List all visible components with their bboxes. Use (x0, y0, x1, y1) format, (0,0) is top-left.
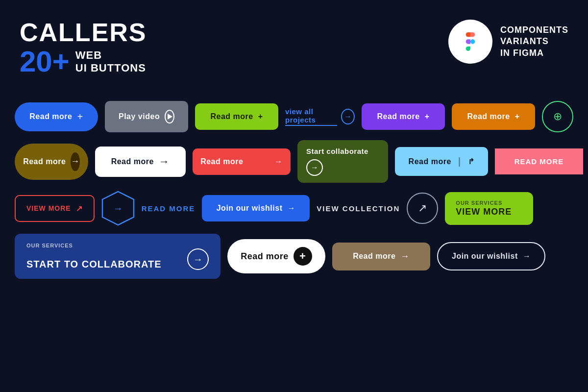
read-more-text[interactable]: READ MORE (142, 204, 196, 213)
play-triangle-icon (168, 114, 172, 120)
join-wishlist-blue[interactable]: Join our wishlist → (202, 195, 310, 221)
pipe-divider: | (458, 156, 461, 167)
buttons-area: Read more + Play video Read more + view … (0, 86, 588, 279)
view-collection-text[interactable]: VIEW COLLECTION (317, 204, 400, 213)
figma-logo-circle (448, 20, 492, 64)
share-icon: ↱ (468, 157, 475, 166)
arrow-circle-sm: → (306, 159, 323, 176)
read-more-white-pill[interactable]: Read more + (227, 239, 325, 273)
hex-arrow-button[interactable]: → (101, 191, 135, 226)
read-more-white[interactable]: Read more → (95, 147, 186, 177)
brand-title: CALLERS (20, 20, 147, 45)
button-row-2: Read more → Read more → Read more → Star… (15, 140, 573, 183)
services-label: OUR SERVICES (456, 200, 502, 206)
orange-label: Read more (193, 148, 254, 175)
play-circle-icon (165, 110, 174, 123)
circle-arrow-button[interactable]: ↗ (407, 193, 438, 224)
read-more-lightblue[interactable]: Read more | ↱ (395, 147, 488, 176)
join-wishlist-outline[interactable]: Join our wishlist → (437, 242, 545, 270)
services-cta: VIEW MORE (456, 207, 512, 217)
brand-count: 20+ (20, 47, 70, 76)
figma-label: COMPONENTSVARIANTSIN FIGMA (500, 24, 568, 59)
plus-circle-dark-icon: + (294, 247, 312, 266)
read-more-purple[interactable]: Read more + (362, 103, 445, 130)
link-arrow-circle: → (341, 109, 355, 124)
link-label: view all projects (285, 107, 337, 126)
brand-subtitle: 20+ WEB UI BUTTONS (20, 47, 147, 76)
read-more-blue-pill[interactable]: Read more + (15, 102, 98, 131)
cta-row: START TO COLLABORATE → (26, 248, 209, 270)
arrow-up-right-icon: ↗ (76, 204, 83, 213)
arrow-circle-white-icon: → (187, 248, 209, 270)
read-more-green[interactable]: Read more + (195, 103, 278, 130)
read-more-yellow[interactable]: Read more + (452, 103, 535, 130)
our-services-lime[interactable]: OUR SERVICES VIEW MORE (445, 192, 533, 225)
hex-arrow-icon: → (113, 203, 123, 214)
view-all-projects-link[interactable]: view all projects → (285, 107, 355, 126)
brand-section: CALLERS 20+ WEB UI BUTTONS (20, 20, 147, 76)
header: CALLERS 20+ WEB UI BUTTONS COMPONENTSVAR… (0, 0, 588, 86)
read-more-orange[interactable]: Read more → (193, 148, 291, 175)
arrow-right-tan-icon: → (400, 251, 410, 262)
view-more-outline[interactable]: VIEW MORE ↗ (15, 195, 95, 222)
read-more-salmon[interactable]: READ MORE (495, 148, 583, 174)
collaborate-label: Start collaborate (306, 147, 368, 155)
start-collaborate-dark-wide[interactable]: OUR SERVICES START TO COLLABORATE → (15, 234, 220, 279)
figma-badge: COMPONENTSVARIANTSIN FIGMA (448, 20, 568, 64)
cta-label: START TO COLLABORATE (26, 259, 162, 270)
orange-arrow: → (264, 148, 291, 175)
services-label-dark: OUR SERVICES (26, 243, 73, 248)
plus-icon: + (77, 111, 83, 122)
arrow-right-icon: → (159, 155, 170, 168)
arrow-right-outline-icon: → (523, 252, 531, 261)
arrow-circle-dark-icon: → (71, 152, 80, 171)
arrow-right-icon-wl: → (287, 204, 295, 213)
read-more-tan[interactable]: Read more → (332, 243, 430, 270)
plus-icon-purple: + (425, 112, 430, 121)
button-row-3: VIEW MORE ↗ → READ MORE Join our wishlis… (15, 191, 573, 226)
figma-icon (459, 30, 482, 53)
compass-icon: ⊕ (553, 110, 562, 123)
read-more-olive[interactable]: Read more → (15, 144, 88, 180)
arrow-up-right-circle-icon: ↗ (418, 202, 427, 215)
button-row-4: OUR SERVICES START TO COLLABORATE → Read… (15, 234, 573, 279)
button-row-1: Read more + Play video Read more + view … (15, 101, 573, 132)
plus-icon-green: + (258, 112, 263, 121)
play-video-button[interactable]: Play video (105, 101, 188, 132)
start-collaborate-button[interactable]: Start collaborate → (297, 140, 388, 183)
brand-desc: WEB UI BUTTONS (75, 49, 146, 75)
circle-outline-button[interactable]: ⊕ (542, 101, 573, 132)
plus-icon-yellow: + (515, 112, 520, 121)
